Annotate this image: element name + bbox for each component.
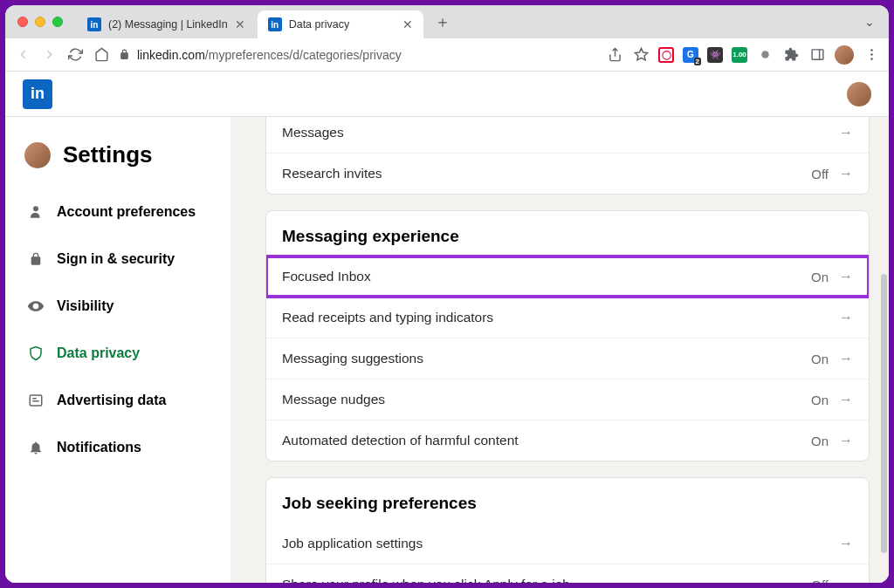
sidebar-item-account-preferences[interactable]: Account preferences: [19, 191, 227, 233]
close-tab-icon[interactable]: ✕: [402, 17, 413, 31]
setting-row-message-nudges[interactable]: Message nudges On→: [266, 379, 869, 420]
section-title: Job seeking preferences: [266, 478, 869, 523]
shield-icon: [27, 345, 45, 362]
svg-rect-2: [812, 50, 823, 59]
setting-label: Automated detection of harmful content: [282, 433, 519, 448]
extension-icon[interactable]: 1.00: [732, 47, 747, 63]
sidebar-item-label: Advertising data: [57, 393, 166, 408]
back-button[interactable]: [14, 46, 31, 64]
sidebar-item-label: Account preferences: [57, 204, 196, 220]
settings-card: Messages → Research invites Off→: [265, 117, 870, 195]
extensions-menu-icon[interactable]: [782, 46, 800, 64]
sidebar-item-label: Sign in & security: [57, 251, 175, 267]
svg-point-4: [870, 49, 873, 51]
extension-icon[interactable]: [756, 46, 774, 64]
section-title: Messaging experience: [266, 211, 869, 256]
setting-row-share-profile-apply[interactable]: Share your profile when you click Apply …: [266, 564, 869, 583]
linkedin-favicon-icon: in: [268, 17, 282, 31]
sidebar-item-data-privacy[interactable]: Data privacy: [19, 332, 227, 374]
sidebar-item-advertising-data[interactable]: Advertising data: [19, 379, 227, 421]
setting-value: On: [811, 270, 829, 284]
setting-label: Share your profile when you click Apply …: [282, 577, 570, 583]
lock-icon: [27, 250, 45, 268]
share-icon[interactable]: [606, 46, 623, 64]
sidebar-item-label: Notifications: [57, 440, 141, 455]
address-bar[interactable]: linkedin.com/mypreferences/d/categories/…: [119, 48, 597, 62]
settings-sidebar: Settings Account preferences Sign in & s…: [5, 117, 230, 583]
setting-row-job-application-settings[interactable]: Job application settings →: [266, 523, 869, 564]
browser-tab-messaging[interactable]: in (2) Messaging | LinkedIn ✕: [77, 10, 256, 38]
url-host: linkedin.com: [137, 48, 205, 62]
linkedin-logo-icon[interactable]: in: [23, 79, 52, 109]
bell-icon: [27, 439, 45, 456]
setting-row-messages[interactable]: Messages →: [266, 117, 869, 153]
sidebar-item-visibility[interactable]: Visibility: [19, 285, 227, 327]
me-avatar[interactable]: [847, 82, 871, 106]
bookmark-icon[interactable]: [632, 46, 650, 64]
arrow-right-icon: →: [839, 166, 853, 181]
eye-icon: [27, 297, 45, 315]
browser-toolbar: linkedin.com/mypreferences/d/categories/…: [5, 38, 889, 72]
svg-point-7: [33, 206, 38, 211]
minimize-window-icon[interactable]: [35, 17, 45, 27]
setting-value: On: [811, 393, 829, 407]
close-window-icon[interactable]: [17, 17, 28, 27]
tab-overflow-icon[interactable]: ⌄: [857, 15, 882, 29]
sidebar-item-notifications[interactable]: Notifications: [19, 427, 227, 468]
setting-label: Job application settings: [282, 536, 423, 551]
setting-row-research-invites[interactable]: Research invites Off→: [266, 153, 869, 194]
arrow-right-icon: →: [839, 392, 853, 407]
arrow-right-icon: →: [839, 125, 853, 140]
tab-title: (2) Messaging | LinkedIn: [108, 18, 228, 31]
tab-title: Data privacy: [289, 18, 395, 31]
setting-label: Focused Inbox: [282, 269, 371, 284]
browser-menu-icon[interactable]: [863, 46, 880, 64]
extension-icon[interactable]: ◯: [658, 47, 674, 63]
person-icon: [27, 203, 45, 221]
sidebar-item-label: Data privacy: [57, 345, 140, 361]
setting-label: Message nudges: [282, 392, 385, 407]
settings-panel[interactable]: Messages → Research invites Off→ Messagi…: [230, 117, 889, 583]
setting-label: Messaging suggestions: [282, 351, 423, 366]
arrow-right-icon: →: [839, 577, 853, 583]
svg-point-1: [761, 51, 769, 58]
sidebar-item-label: Visibility: [57, 298, 114, 314]
linkedin-favicon-icon: in: [87, 17, 101, 31]
setting-row-messaging-suggestions[interactable]: Messaging suggestions On→: [266, 338, 869, 379]
arrow-right-icon: →: [839, 269, 853, 284]
forward-button[interactable]: [40, 46, 58, 64]
browser-tab-data-privacy[interactable]: in Data privacy ✕: [258, 10, 423, 38]
avatar-icon: [24, 142, 51, 168]
window-controls: [17, 17, 63, 27]
maximize-window-icon[interactable]: [52, 17, 63, 27]
settings-header: Settings: [19, 134, 227, 186]
setting-value: On: [811, 434, 829, 448]
setting-row-harmful-content[interactable]: Automated detection of harmful content O…: [266, 420, 869, 461]
setting-label: Research invites: [282, 166, 382, 181]
sidebar-item-signin-security[interactable]: Sign in & security: [19, 238, 227, 280]
setting-value: Off: [811, 578, 829, 584]
home-button[interactable]: [93, 46, 110, 64]
browser-tabstrip: in (2) Messaging | LinkedIn ✕ in Data pr…: [5, 5, 889, 38]
close-tab-icon[interactable]: ✕: [235, 17, 245, 31]
arrow-right-icon: →: [839, 536, 853, 551]
extension-icon[interactable]: G2: [683, 47, 698, 63]
setting-label: Messages: [282, 125, 344, 140]
extensions-row: ◯ G2 👾 1.00: [658, 45, 880, 65]
url-path: /mypreferences/d/categories/privacy: [205, 48, 402, 62]
lock-icon: [119, 49, 130, 60]
linkedin-topbar: in: [5, 72, 889, 117]
side-panel-icon[interactable]: [808, 46, 826, 64]
setting-row-read-receipts[interactable]: Read receipts and typing indicators →: [266, 297, 869, 338]
arrow-right-icon: →: [839, 310, 853, 325]
svg-point-5: [870, 53, 873, 56]
arrow-right-icon: →: [839, 433, 853, 448]
settings-card-messaging-experience: Messaging experience Focused Inbox On→ R…: [265, 210, 870, 462]
reload-button[interactable]: [66, 46, 84, 64]
setting-row-focused-inbox[interactable]: Focused Inbox On→: [266, 256, 869, 297]
scrollbar-thumb[interactable]: [881, 274, 887, 553]
extension-icon[interactable]: 👾: [707, 47, 723, 63]
profile-avatar-icon[interactable]: [835, 45, 854, 65]
new-tab-button[interactable]: ＋: [430, 10, 455, 34]
svg-point-6: [870, 58, 873, 60]
